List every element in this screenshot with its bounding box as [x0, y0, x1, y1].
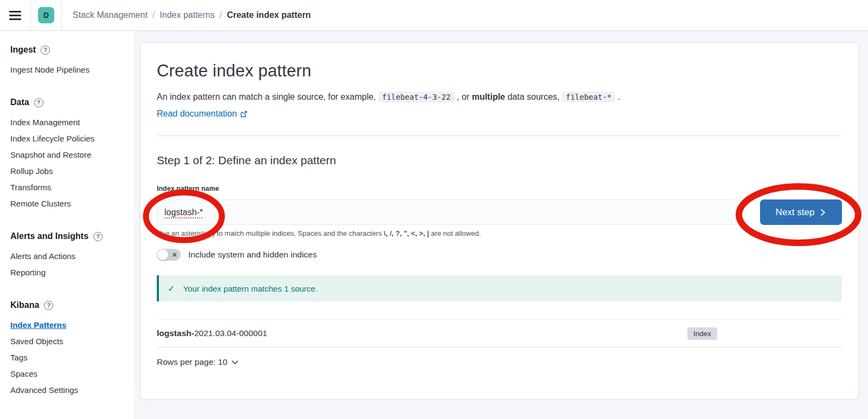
rows-per-page-label: Rows per page: 10 [157, 357, 227, 367]
help-prefix: Use an asterisk (*) to match multiple in… [157, 229, 384, 237]
intro-part2: , or [455, 92, 472, 101]
chevron-down-icon [231, 360, 239, 365]
toggle-knob [157, 249, 168, 260]
sidebar-item-advanced-settings[interactable]: Advanced Settings [10, 382, 129, 398]
index-pattern-form-row: logstash-* Next step [157, 199, 842, 225]
section-title-text: Kibana [10, 300, 39, 310]
code-example-single: filebeat-4-3-22 [378, 92, 454, 102]
menu-icon[interactable] [0, 0, 31, 31]
success-callout: ✓ Your index pattern matches 1 source. [157, 275, 842, 301]
breadcrumb-stack-management[interactable]: Stack Management [73, 10, 148, 20]
sidebar-item-reporting[interactable]: Reporting [10, 264, 129, 280]
sidebar-item-spaces[interactable]: Spaces [10, 365, 129, 382]
section-title-text: Data [10, 98, 29, 107]
toggle-label: Include system and hidden indices [188, 250, 317, 260]
input-help-text: Use an asterisk (*) to match multiple in… [157, 229, 842, 237]
main-content-area: Create index pattern An index pattern ca… [134, 31, 868, 419]
next-step-label: Next step [776, 207, 815, 218]
help-icon[interactable]: ? [93, 232, 103, 241]
read-documentation-link[interactable]: Read documentation [157, 109, 247, 119]
sidebar-section-alerts-and-insights: Alerts and Insights ? Alerts and Actions… [10, 231, 129, 280]
breadcrumb-separator: / [152, 10, 155, 20]
index-name-rest: 2021.03.04-000001 [194, 328, 267, 338]
sidebar-item-rollup-jobs[interactable]: Rollup Jobs [10, 163, 129, 179]
breadcrumb: Stack Management / Index patterns / Crea… [73, 10, 311, 20]
sidebar-item-saved-objects[interactable]: Saved Objects [10, 333, 129, 349]
breadcrumb-separator: / [220, 10, 222, 20]
section-title-text: Alerts and Insights [10, 231, 88, 241]
callout-message: Your index pattern matches 1 source. [183, 284, 317, 293]
hidden-indices-toggle-row: × Include system and hidden indices [157, 249, 842, 261]
sidebar-item-transforms[interactable]: Transforms [10, 179, 129, 195]
space-avatar[interactable]: D [38, 7, 54, 23]
sidebar-item-snapshot-and-restore[interactable]: Snapshot and Restore [10, 146, 129, 163]
intro-part4: . [615, 92, 620, 101]
space-badge-container: D [31, 0, 62, 31]
index-pattern-input-value: logstash-* [164, 208, 203, 217]
sidebar-section-data: Data ? Index Management Index Lifecycle … [10, 98, 129, 211]
sidebar-section-title: Kibana ? [10, 300, 129, 310]
help-icon[interactable]: ? [34, 98, 43, 107]
intro-text: An index pattern can match a single sour… [157, 90, 842, 104]
next-step-button[interactable]: Next step [760, 199, 842, 225]
sidebar-section-title: Alerts and Insights ? [10, 231, 129, 241]
sidebar-item-alerts-and-actions[interactable]: Alerts and Actions [10, 248, 129, 264]
code-example-wildcard: filebeat-* [562, 92, 615, 102]
sidebar-item-index-patterns[interactable]: Index Patterns [10, 317, 129, 333]
intro-part3: data sources, [505, 92, 562, 101]
sidebar-section-title: Data ? [10, 98, 129, 107]
sidebar-section-title: Ingest ? [10, 45, 129, 55]
sidebar-item-index-lifecycle-policies[interactable]: Index Lifecycle Policies [10, 130, 129, 146]
sidebar-section-ingest: Ingest ? Ingest Node Pipelines [10, 45, 129, 78]
help-icon[interactable]: ? [44, 301, 53, 310]
include-hidden-indices-toggle[interactable]: × [157, 249, 181, 261]
step-heading: Step 1 of 2: Define an index pattern [157, 154, 842, 167]
breadcrumb-create-index-pattern: Create index pattern [227, 10, 311, 20]
read-documentation-label: Read documentation [157, 109, 237, 119]
sidebar-item-index-management[interactable]: Index Management [10, 114, 129, 130]
check-icon: ✓ [168, 283, 175, 294]
help-icon[interactable]: ? [41, 46, 50, 55]
sidebar-item-ingest-node-pipelines[interactable]: Ingest Node Pipelines [10, 61, 129, 78]
top-navigation-bar: D Stack Management / Index patterns / Cr… [0, 0, 868, 31]
intro-part1: An index pattern can match a single sour… [157, 92, 378, 101]
index-pattern-input[interactable]: logstash-* [157, 199, 737, 225]
rows-per-page-dropdown[interactable]: Rows per page: 10 [157, 357, 239, 367]
index-name-matched-part: logstash- [157, 328, 194, 338]
matching-index-row: logstash-2021.03.04-000001 Index [157, 319, 842, 347]
chevron-right-icon [820, 209, 826, 216]
toggle-off-icon: × [172, 250, 177, 259]
page-title: Create index pattern [157, 61, 842, 81]
management-sidebar: Ingest ? Ingest Node Pipelines Data ? In… [0, 31, 134, 419]
sidebar-section-kibana: Kibana ? Index Patterns Saved Objects Ta… [10, 300, 129, 398]
sidebar-item-remote-clusters[interactable]: Remote Clusters [10, 195, 129, 211]
help-disallowed-chars: \, /, ?, ", <, >, | [384, 229, 429, 237]
sidebar-item-tags[interactable]: Tags [10, 349, 129, 365]
index-pattern-name-label: Index pattern name [157, 185, 842, 192]
index-type-badge: Index [687, 327, 717, 340]
divider [157, 136, 842, 136]
section-title-text: Ingest [10, 45, 36, 55]
help-suffix: are not allowed. [429, 229, 481, 237]
external-link-icon [240, 111, 247, 118]
intro-bold: multiple [472, 92, 505, 101]
breadcrumb-index-patterns[interactable]: Index patterns [159, 10, 214, 20]
create-index-pattern-panel: Create index pattern An index pattern ca… [140, 42, 859, 399]
